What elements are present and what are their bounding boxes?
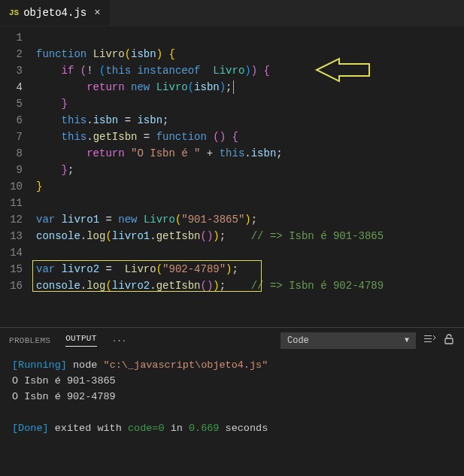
code-area[interactable]: function Livro(isbn) { if (! (this insta… [36,26,464,327]
chevron-down-icon: ▼ [405,336,409,344]
output-line: [Done] exited with code=0 in 0.669 secon… [12,420,452,436]
output-line: O Isbn é 901-3865 [12,373,452,389]
terminal-panel: PROBLEMS OUTPUT ··· Code ▼ [Running] nod… [0,327,464,476]
svg-rect-2 [424,341,432,342]
clear-output-icon[interactable] [423,333,435,347]
tab-bar: JS objeto4.js × [0,0,464,26]
text-cursor [233,80,234,94]
tab-more-icon[interactable]: ··· [112,336,127,345]
line-7: this.getIsbn = function () { [36,129,464,145]
line-numbers: 1 2 3 4 5 6 7 8 9 10 11 12 13 14 15 16 [0,26,36,327]
tab-problems[interactable]: PROBLEMS [9,336,50,345]
output-line [12,405,452,420]
svg-rect-0 [424,335,432,336]
line-2: function Livro(isbn) { [36,46,464,62]
js-icon: JS [9,8,19,17]
close-icon[interactable]: × [94,7,100,19]
line-9: }; [36,162,464,178]
tab-output[interactable]: OUTPUT [65,334,96,347]
line-10: } [36,178,464,195]
line-14 [36,244,464,261]
line-12: var livro1 = new Livro("901-3865"); [36,211,464,228]
line-3: if (! (this instanceof Livro)) { [36,62,464,79]
output-line: [Running] node "c:\_javascript\objeto4.j… [12,357,452,373]
line-6: this.isbn = isbn; [36,112,464,129]
dropdown-value: Code [287,335,309,346]
line-1 [36,29,464,46]
line-4: return new Livro(isbn); [36,79,464,96]
line-11 [36,195,464,211]
svg-rect-1 [424,338,432,339]
svg-rect-3 [445,338,453,344]
output-content[interactable]: [Running] node "c:\_javascript\objeto4.j… [0,353,464,441]
line-15: var livro2 = Livro("902-4789"); [36,261,464,277]
editor[interactable]: 1 2 3 4 5 6 7 8 9 10 11 12 13 14 15 16 f… [0,26,464,327]
line-16: console.log(livro2.getIsbn()); // => Isb… [36,277,464,294]
line-8: return "O Isbn é " + this.isbn; [36,145,464,162]
output-channel-dropdown[interactable]: Code ▼ [281,332,416,349]
line-5: } [36,96,464,112]
lock-icon[interactable] [443,333,455,347]
output-line: O Isbn é 902-4789 [12,389,452,405]
tab-filename: objeto4.js [23,7,86,19]
line-13: console.log(livro1.getIsbn()); // => Isb… [36,228,464,244]
panel-tabs: PROBLEMS OUTPUT ··· Code ▼ [0,328,464,353]
tab-active[interactable]: JS objeto4.js × [0,0,111,26]
